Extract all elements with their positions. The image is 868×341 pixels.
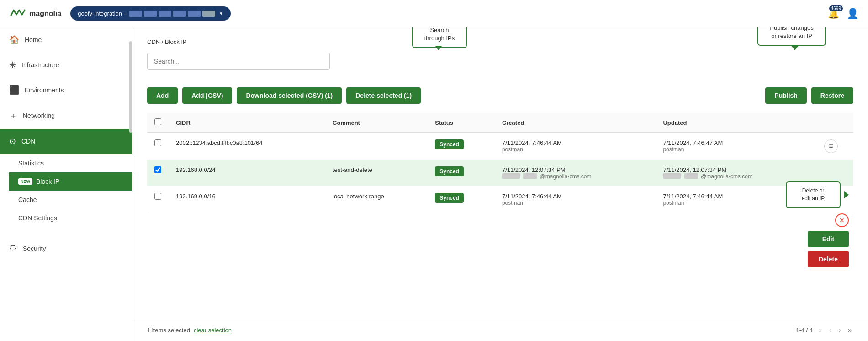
pagination-prev-prev[interactable]: « xyxy=(816,325,824,335)
row2-comment: test-and-delete xyxy=(325,160,428,186)
home-icon: 🏠 xyxy=(9,35,19,45)
sidebar-block-ip-label: Block IP xyxy=(36,178,59,185)
sidebar-item-security[interactable]: 🛡 Security xyxy=(0,236,132,261)
row2-cidr: 192.168.0.0/24 xyxy=(169,160,325,186)
row1-status-badge: Synced xyxy=(435,139,464,149)
edit-delete-tooltip-container: Delete oredit an IP xyxy=(786,181,849,208)
user-menu-button[interactable]: 👤 xyxy=(847,8,859,20)
logo-icon xyxy=(9,6,26,21)
sidebar-scrollbar[interactable] xyxy=(129,41,132,133)
sidebar-sub-menu: Statistics NEW Block IP Cache CDN Settin… xyxy=(0,154,132,227)
main-layout: 🏠 Home ✳ Infrastructure ⬛ Environments ＋… xyxy=(0,27,868,341)
bottom-bar: 1 items selected clear selection 1-4 / 4… xyxy=(132,319,868,341)
row2-edit-button[interactable]: Edit xyxy=(808,231,849,247)
row1-actions-cell: ≡ xyxy=(817,133,853,160)
pagination-prev[interactable]: ‹ xyxy=(827,325,833,335)
row1-updated: 7/11/2024, 7:46:47 AM postman xyxy=(656,133,817,160)
sidebar-item-networking[interactable]: ＋ Networking xyxy=(0,103,132,129)
pagination-next[interactable]: › xyxy=(837,325,843,335)
content-area: CDN / Block IP Searchthrough IPs Publish… xyxy=(132,27,868,341)
networking-icon: ＋ xyxy=(9,110,17,121)
search-tooltip-arrow xyxy=(435,46,442,50)
pill-4 xyxy=(173,11,186,17)
blurred-name xyxy=(502,173,520,179)
nav-icons: 🔔 4699 👤 xyxy=(828,8,859,20)
row3-checkbox[interactable] xyxy=(154,193,161,200)
search-input[interactable] xyxy=(147,53,330,70)
sidebar-cdn-settings-label: CDN Settings xyxy=(18,214,57,222)
sidebar-item-cache[interactable]: Cache xyxy=(9,191,132,209)
select-all-checkbox[interactable] xyxy=(154,118,161,125)
logo-text: magnolia xyxy=(29,10,61,18)
row1-updated-date: 7/11/2024, 7:46:47 AM xyxy=(663,139,810,146)
sidebar-item-infrastructure-label: Infrastructure xyxy=(21,61,59,69)
row1-created-by: postman xyxy=(502,146,649,153)
ip-table: CIDR Comment Status Created Updated xyxy=(147,113,853,213)
row1-checkbox[interactable] xyxy=(154,139,161,146)
breadcrumb-parent: CDN xyxy=(147,38,160,45)
top-nav: magnolia goofy-integration - ▼ 🔔 4699 👤 xyxy=(0,0,868,27)
delete-selected-button[interactable]: Delete selected (1) xyxy=(346,87,421,104)
row3-created-by: postman xyxy=(502,200,649,206)
row2-status: Synced xyxy=(428,160,495,186)
environments-icon: ⬛ xyxy=(9,85,19,95)
pill-2 xyxy=(144,11,157,17)
row3-status: Synced xyxy=(428,186,495,213)
sidebar-item-networking-label: Networking xyxy=(23,112,55,119)
add-csv-button[interactable]: Add (CSV) xyxy=(182,87,232,104)
select-all-col xyxy=(147,113,169,133)
breadcrumb-separator: / xyxy=(162,38,165,45)
row2-created: 7/11/2024, 12:07:34 PM @magnolia-cms.com xyxy=(495,160,656,186)
pagination-next-next[interactable]: » xyxy=(846,325,853,335)
publish-tooltip-text: Publish changesor restore an IP xyxy=(770,27,813,39)
sidebar-item-environments[interactable]: ⬛ Environments xyxy=(0,78,132,103)
pagination-text: 1-4 / 4 xyxy=(796,327,813,334)
row1-status: Synced xyxy=(428,133,495,160)
col-actions xyxy=(817,113,853,133)
sidebar-item-cdn-settings[interactable]: CDN Settings xyxy=(9,209,132,227)
table-row: 2002::1234:abcd:ffff:c0a8:101/64 Synced … xyxy=(147,133,853,160)
notification-bell[interactable]: 🔔 4699 xyxy=(828,8,839,19)
row2-checkbox[interactable] xyxy=(154,166,161,173)
infrastructure-icon: ✳ xyxy=(9,60,16,70)
table-row: 192.169.0.0/16 local network range Synce… xyxy=(147,186,853,213)
edit-delete-tooltip: Delete oredit an IP xyxy=(786,181,841,208)
env-selector[interactable]: goofy-integration - ▼ xyxy=(70,6,231,21)
sidebar-item-home-label: Home xyxy=(25,36,42,43)
notification-badge: 4699 xyxy=(829,5,843,11)
row1-updated-by: postman xyxy=(663,146,810,153)
logo: magnolia xyxy=(9,6,61,21)
env-label: goofy-integration - xyxy=(78,10,126,17)
row3-created-date: 7/11/2024, 7:46:44 AM xyxy=(502,193,649,200)
main-content: CDN / Block IP Searchthrough IPs Publish… xyxy=(132,27,868,319)
col-cidr: CIDR xyxy=(169,113,325,133)
row1-menu-button[interactable]: ≡ xyxy=(824,139,838,153)
add-button[interactable]: Add xyxy=(147,87,178,104)
blurred-name3 xyxy=(663,173,681,179)
sidebar-item-infrastructure[interactable]: ✳ Infrastructure xyxy=(0,53,132,78)
row2-close-button[interactable]: ✕ xyxy=(835,213,849,227)
chevron-down-icon: ▼ xyxy=(219,11,223,16)
sidebar-bottom: 🛡 Security xyxy=(0,236,132,261)
row2-delete-button[interactable]: Delete xyxy=(808,251,849,267)
row1-comment xyxy=(325,133,428,160)
row3-checkbox-cell xyxy=(147,186,169,213)
search-section: Searchthrough IPs Publish changesor rest… xyxy=(147,53,853,78)
sidebar-item-block-ip[interactable]: NEW Block IP xyxy=(9,172,132,191)
table-header-row: CIDR Comment Status Created Updated xyxy=(147,113,853,133)
clear-selection-link[interactable]: clear selection xyxy=(194,327,232,334)
cdn-icon: ⊙ xyxy=(9,136,16,146)
restore-button[interactable]: Restore xyxy=(811,87,853,104)
pill-5 xyxy=(188,11,201,17)
sidebar-item-cdn[interactable]: ⊙ CDN xyxy=(0,129,132,154)
publish-button[interactable]: Publish xyxy=(765,87,807,104)
sidebar-item-statistics[interactable]: Statistics xyxy=(9,154,132,172)
download-csv-button[interactable]: Download selected (CSV) (1) xyxy=(237,87,342,104)
sidebar-item-home[interactable]: 🏠 Home xyxy=(0,27,132,53)
row-action-panel: Delete oredit an IP ✕ Edit Delete xyxy=(786,181,849,267)
pill-6 xyxy=(202,11,215,17)
action-bar: Add Add (CSV) Download selected (CSV) (1… xyxy=(147,87,853,104)
row3-cidr: 192.169.0.0/16 xyxy=(169,186,325,213)
sidebar-statistics-label: Statistics xyxy=(18,160,44,167)
publish-tooltip-arrow xyxy=(791,46,799,50)
